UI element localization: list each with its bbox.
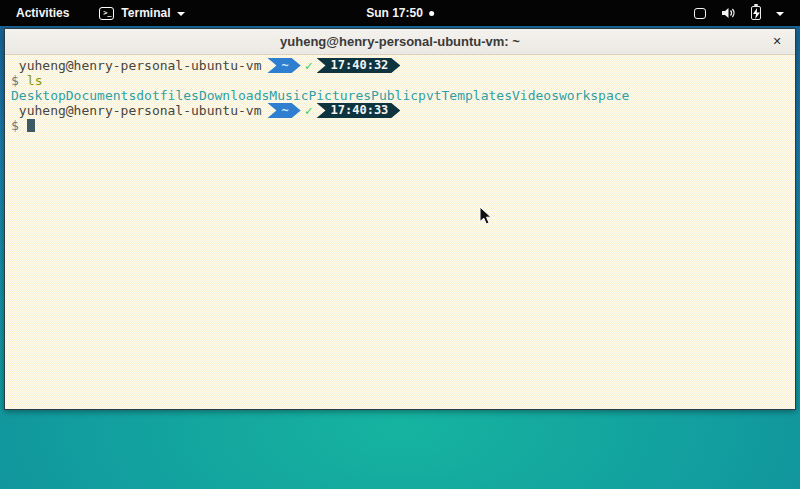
window-titlebar[interactable]: yuheng@henry-personal-ubuntu-vm: ~ ✕	[5, 29, 795, 55]
clock[interactable]: Sun 17:50	[366, 6, 434, 20]
ls-entry: Pictures	[308, 88, 371, 103]
terminal-window: yuheng@henry-personal-ubuntu-vm: ~ ✕ yuh…	[4, 28, 796, 410]
command-line: $ ls	[11, 73, 789, 88]
app-menu-label: Terminal	[121, 6, 170, 20]
ls-output: Desktop Documents dotfiles Downloads Mus…	[11, 88, 789, 103]
input-line: $	[11, 118, 789, 133]
chevron-down-icon	[776, 12, 784, 16]
ls-entry: pvt	[418, 88, 441, 103]
chevron-down-icon	[177, 12, 185, 16]
cwd-segment: ~	[267, 103, 300, 118]
prompt-user-host: yuheng@henry-personal-ubuntu-vm	[19, 58, 262, 73]
time-segment: 17:40:32	[317, 58, 401, 73]
volume-icon	[721, 6, 736, 20]
ls-entry: workspace	[559, 88, 629, 103]
display-icon	[694, 8, 706, 19]
ls-entry: Music	[269, 88, 308, 103]
cwd-segment: ~	[267, 58, 300, 73]
window-title: yuheng@henry-personal-ubuntu-vm: ~	[280, 34, 520, 49]
prompt-symbol: $	[11, 73, 19, 88]
terminal-cursor	[27, 119, 35, 132]
prompt-symbol: $	[11, 118, 19, 133]
activities-button[interactable]: Activities	[12, 4, 73, 22]
prompt-user-host: yuheng@henry-personal-ubuntu-vm	[19, 103, 262, 118]
ls-entry: Downloads	[199, 88, 269, 103]
command-text: ls	[27, 73, 43, 88]
status-ok-icon: ✓	[305, 103, 313, 118]
ls-entry: Desktop	[11, 88, 66, 103]
app-menu-terminal[interactable]: >_ Terminal	[99, 6, 185, 20]
prompt-line-2: yuheng@henry-personal-ubuntu-vm ~ ✓ 17:4…	[11, 103, 789, 118]
close-icon[interactable]: ✕	[768, 33, 786, 51]
prompt-line-1: yuheng@henry-personal-ubuntu-vm ~ ✓ 17:4…	[11, 58, 789, 73]
notification-dot-icon	[429, 11, 434, 16]
terminal-content[interactable]: yuheng@henry-personal-ubuntu-vm ~ ✓ 17:4…	[5, 55, 795, 409]
clock-label: Sun 17:50	[366, 6, 423, 20]
system-status-area[interactable]	[694, 6, 784, 20]
top-bar: Activities >_ Terminal Sun 17:50	[0, 0, 800, 26]
mouse-pointer-icon	[479, 206, 492, 225]
terminal-app-icon: >_	[99, 7, 114, 20]
ls-entry: Public	[371, 88, 418, 103]
time-segment: 17:40:33	[317, 103, 401, 118]
ls-entry: Templates	[442, 88, 512, 103]
battery-charging-icon	[751, 6, 761, 20]
ls-entry: Videos	[512, 88, 559, 103]
ls-entry: dotfiles	[136, 88, 199, 103]
status-ok-icon: ✓	[305, 58, 313, 73]
ls-entry: Documents	[66, 88, 136, 103]
